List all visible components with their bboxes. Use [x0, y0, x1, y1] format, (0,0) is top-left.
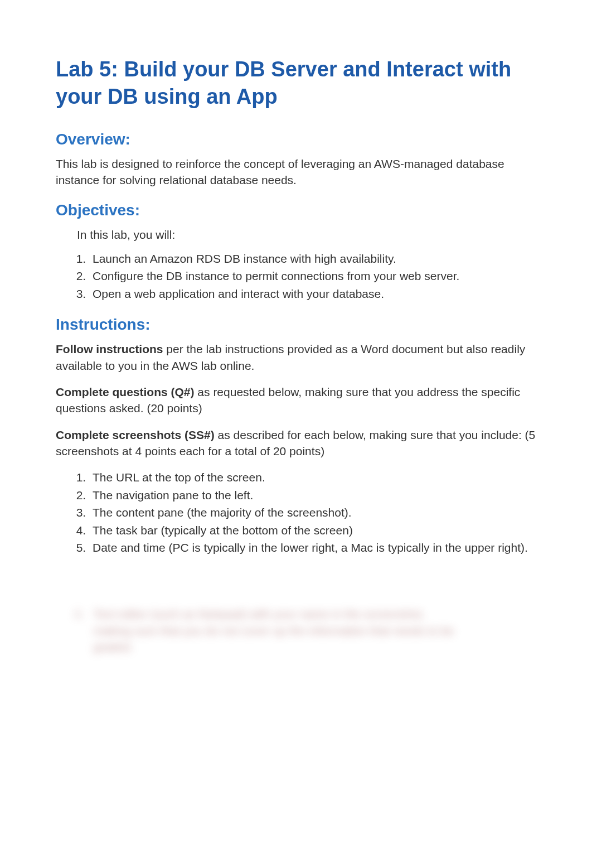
- blurred-marker: 6.: [75, 606, 85, 622]
- instructions-p1: Follow instructions per the lab instruct…: [56, 341, 536, 374]
- list-item: The task bar (typically at the bottom of…: [89, 522, 536, 538]
- instructions-p3: Complete screenshots (SS#) as described …: [56, 427, 536, 460]
- overview-heading: Overview:: [56, 128, 536, 151]
- bold-text: Follow instructions: [56, 343, 163, 355]
- objectives-heading: Objectives:: [56, 199, 536, 222]
- instructions-heading: Instructions:: [56, 313, 536, 336]
- list-item: Launch an Amazon RDS DB instance with hi…: [89, 250, 536, 267]
- list-item: The URL at the top of the screen.: [89, 469, 536, 485]
- instructions-p2: Complete questions (Q#) as requested bel…: [56, 384, 536, 417]
- page-title: Lab 5: Build your DB Server and Interact…: [56, 56, 536, 111]
- overview-text: This lab is designed to reinforce the co…: [56, 156, 536, 189]
- blurred-content: 6. Text editor (such as Notepad) with yo…: [56, 606, 536, 655]
- objectives-intro: In this lab, you will:: [77, 226, 536, 243]
- instructions-list: The URL at the top of the screen. The na…: [89, 469, 536, 556]
- list-item: The navigation pane to the left.: [89, 487, 536, 503]
- objectives-list: Launch an Amazon RDS DB instance with hi…: [89, 250, 536, 302]
- list-item: Configure the DB instance to permit conn…: [89, 268, 536, 284]
- list-item: Open a web application and interact with…: [89, 286, 536, 302]
- list-item: The content pane (the majority of the sc…: [89, 504, 536, 520]
- blurred-text: Text editor (such as Notepad) with your …: [94, 606, 454, 655]
- list-item: Date and time (PC is typically in the lo…: [89, 539, 536, 556]
- bold-text: Complete screenshots (SS#): [56, 428, 215, 441]
- blurred-list-item: 6. Text editor (such as Notepad) with yo…: [75, 606, 536, 655]
- bold-text: Complete questions (Q#): [56, 385, 195, 398]
